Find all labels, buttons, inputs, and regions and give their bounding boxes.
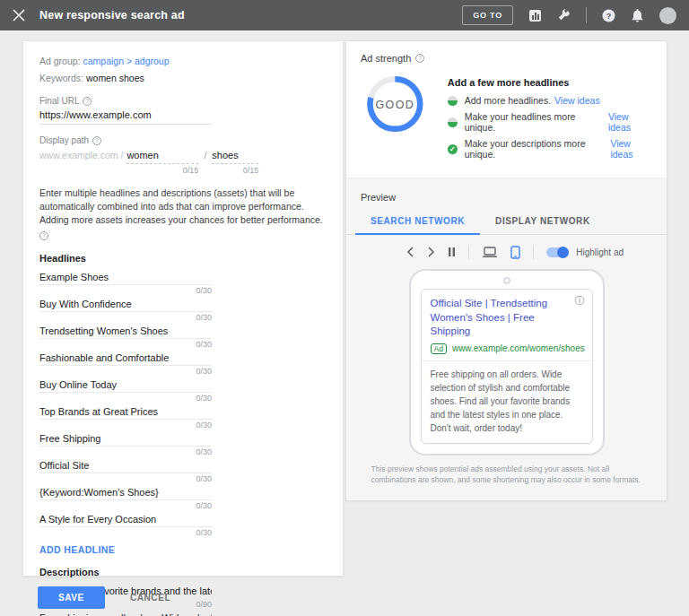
desktop-preview-icon[interactable] <box>482 247 498 258</box>
ad-strength-rating: GOOD <box>375 99 414 111</box>
asset-input[interactable]: A Style for Every Occasion <box>39 510 212 527</box>
pause-icon[interactable] <box>448 247 456 257</box>
display-path-base: www.example.com / <box>39 149 123 162</box>
headlines-heading: Headlines <box>39 253 327 264</box>
display-path-input-2[interactable]: shoes <box>212 149 258 164</box>
asset-input[interactable]: {Keyword:Women's Shoes} <box>39 483 212 500</box>
mobile-preview-icon[interactable] <box>510 246 520 259</box>
controls-divider <box>533 245 534 259</box>
view-ideas-link[interactable]: View ideas <box>608 111 652 133</box>
phone-mockup: Official Site | Trendsetting Women's Sho… <box>409 269 605 455</box>
asset-field-row: {Keyword:Women's Shoes} 0/30 <box>39 483 212 510</box>
info-icon[interactable]: ⓘ <box>575 296 585 306</box>
char-counter: 0/30 <box>39 500 212 510</box>
asset-input[interactable]: Top Brands at Great Prices <box>39 403 212 420</box>
next-preview-icon[interactable] <box>427 247 435 257</box>
avatar[interactable] <box>659 7 676 24</box>
half-filled-circle-icon <box>448 96 458 106</box>
ad-strength-help-icon[interactable]: ? <box>415 54 424 63</box>
ad-form-card: Ad group: campaign > adgroup Keywords: w… <box>22 40 344 577</box>
asset-input[interactable]: Example Shoes <box>39 268 212 285</box>
keywords-label: Keywords: <box>39 73 83 83</box>
assets-intro-help-icon[interactable]: ? <box>39 231 48 240</box>
ad-group-label: Ad group: <box>39 56 81 66</box>
asset-input[interactable]: Free shipping on all orders. Wide select… <box>39 609 212 616</box>
asset-field-row: Free Shipping 0/30 <box>39 429 212 456</box>
ad-strength-gauge: GOOD <box>364 71 426 137</box>
headline-fields: Example Shoes 0/30 Buy With Confidence 0… <box>39 268 327 537</box>
char-counter: 0/30 <box>39 339 212 349</box>
strength-preview-card: Ad strength ? GOOD Add a few more headli… <box>345 40 667 501</box>
footer-actions: SAVE CANCEL <box>38 586 170 609</box>
asset-field-row: A Style for Every Occasion 0/30 <box>39 510 212 537</box>
ad-group-link[interactable]: campaign > adgroup <box>83 56 169 66</box>
ad-card-divider <box>422 360 592 361</box>
topbar-divider <box>586 7 587 23</box>
display-path-label-row: Display path ? <box>39 134 327 146</box>
reports-icon[interactable] <box>528 9 542 22</box>
suggestion-row: Make your headlines more unique. View id… <box>448 111 652 133</box>
view-ideas-link[interactable]: View ideas <box>610 138 652 160</box>
ad-badge: Ad <box>431 343 447 354</box>
toggle-knob <box>557 247 569 258</box>
ad-url-row: Ad www.example.com/women/shoes <box>431 343 583 354</box>
asset-input[interactable]: Fashionable and Comfortable <box>39 349 212 366</box>
char-counter: 0/30 <box>39 527 212 537</box>
add-headline-button[interactable]: ADD HEADLINE <box>39 544 115 555</box>
display-path-row: www.example.com / women 0/15 / shoes 0/1… <box>39 149 327 176</box>
suggestions-heading: Add a few more headlines <box>448 77 652 88</box>
tab-display-network[interactable]: DISPLAY NETWORK <box>480 213 606 234</box>
ad-display-url: www.example.com/women/shoes <box>452 343 585 353</box>
suggestion-row: ✓ Make your descriptions more unique. Vi… <box>448 138 652 160</box>
preview-disclaimer: This preview shows potential ads assembl… <box>371 464 642 501</box>
page-title: New responsive search ad <box>39 9 185 22</box>
asset-field-row: Free shipping on all orders. Wide select… <box>39 609 212 616</box>
suggestion-text: Make your descriptions more unique. <box>465 138 607 160</box>
ad-preview-description: Free shipping on all orders. Wide select… <box>431 368 583 435</box>
char-counter: 0/30 <box>39 366 212 376</box>
final-url-label: Final URL <box>39 95 79 107</box>
help-icon[interactable]: ? <box>602 9 615 22</box>
assets-intro-text: Enter multiple headlines and description… <box>39 187 334 241</box>
final-url-input[interactable]: https://www.example.com <box>39 108 212 125</box>
final-url-label-row: Final URL ? <box>39 95 327 107</box>
asset-field-row: Top Brands at Great Prices 0/30 <box>39 403 212 429</box>
previous-preview-icon[interactable] <box>406 247 414 257</box>
svg-text:?: ? <box>606 12 612 21</box>
controls-divider <box>468 245 469 259</box>
ad-strength-label-row: Ad strength ? <box>361 53 652 64</box>
view-ideas-link[interactable]: View ideas <box>554 95 600 106</box>
asset-input[interactable]: Official Site <box>39 456 212 473</box>
tab-search-network[interactable]: SEARCH NETWORK <box>355 213 480 235</box>
highlight-ad-label: Highlight ad <box>576 247 624 257</box>
char-counter: 0/30 <box>39 285 212 295</box>
suggestion-text: Add more headlines. <box>465 95 551 106</box>
asset-input[interactable]: Buy Online Today <box>39 376 212 393</box>
asset-input[interactable]: Buy With Confidence <box>39 295 212 312</box>
ad-strength-section: Ad strength ? GOOD Add a few more headli… <box>346 41 667 178</box>
save-button[interactable]: SAVE <box>38 586 105 609</box>
asset-input[interactable]: Trendsetting Women's Shoes <box>39 322 212 339</box>
ad-preview-title[interactable]: Official Site | Trendsetting Women's Sho… <box>431 297 583 339</box>
display-path-help-icon[interactable]: ? <box>92 136 101 145</box>
display-path-label: Display path <box>39 134 89 146</box>
display-path-counter-1: 0/15 <box>126 165 198 176</box>
char-counter: 0/30 <box>39 447 212 456</box>
char-counter: 0/30 <box>39 393 212 403</box>
close-icon[interactable] <box>13 9 25 22</box>
notifications-icon[interactable] <box>631 9 644 22</box>
display-path-counter-2: 0/15 <box>212 165 258 176</box>
ad-strength-label: Ad strength <box>361 53 411 64</box>
cancel-button[interactable]: CANCEL <box>130 593 170 603</box>
asset-input[interactable]: Free Shipping <box>39 429 212 447</box>
tools-icon[interactable] <box>557 9 571 22</box>
ad-preview-card: Official Site | Trendsetting Women's Sho… <box>421 289 593 444</box>
highlight-ad-toggle[interactable] <box>546 247 569 257</box>
assets-intro: Enter multiple headlines and description… <box>39 187 323 225</box>
display-path-input-1[interactable]: women <box>126 149 198 164</box>
go-to-button[interactable]: GO TO <box>462 5 513 25</box>
final-url-help-icon[interactable]: ? <box>83 97 92 106</box>
asset-field-row: Official Site 0/30 <box>39 456 212 483</box>
preview-tabs: SEARCH NETWORK DISPLAY NETWORK <box>346 213 667 235</box>
asset-field-row: Fashionable and Comfortable 0/30 <box>39 349 212 376</box>
